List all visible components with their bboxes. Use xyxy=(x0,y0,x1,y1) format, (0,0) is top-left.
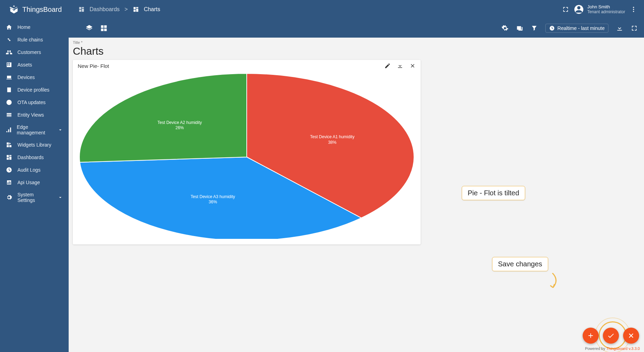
dashboards-icon xyxy=(6,154,13,161)
sidebar: Home Rule chains Customers Assets Device… xyxy=(0,19,69,352)
fullscreen-icon[interactable] xyxy=(631,25,638,32)
footer-version[interactable]: Thingsboard v.3.3.0 xyxy=(606,346,640,351)
sidebar-label: OTA updates xyxy=(17,100,46,105)
pie-chart: Test Device A1 humidity38%Test Device A3… xyxy=(76,72,417,239)
sidebar-label: Home xyxy=(17,24,30,30)
sidebar-label: Devices xyxy=(17,75,35,80)
entities-icon[interactable] xyxy=(516,25,523,32)
footer-prefix: Powered by xyxy=(585,346,606,351)
sidebar-item-rule-chains[interactable]: Rule chains xyxy=(0,33,69,46)
sidebar-label: Customers xyxy=(17,49,41,55)
dashboard-toolbar: Realtime - last minute xyxy=(69,19,644,38)
edge-icon xyxy=(6,127,12,133)
sidebar-item-edge[interactable]: Edge management xyxy=(0,121,69,139)
user-role: Tenant administrator xyxy=(587,10,625,14)
sidebar-item-audit[interactable]: Audit Logs xyxy=(0,164,69,176)
pie-slice-label: Test Device A3 humidity36% xyxy=(191,194,235,205)
brand-name: ThingsBoard xyxy=(22,6,62,14)
page-title[interactable]: Charts xyxy=(73,45,640,57)
footer: Powered by Thingsboard v.3.3.0 xyxy=(585,346,640,351)
breadcrumb-separator: > xyxy=(124,6,128,13)
chevron-down-icon xyxy=(58,195,63,200)
save-button[interactable] xyxy=(603,328,619,344)
filter-icon[interactable] xyxy=(531,25,538,32)
sidebar-item-dashboards[interactable]: Dashboards xyxy=(0,151,69,164)
widgets-icon xyxy=(6,142,13,148)
time-window[interactable]: Realtime - last minute xyxy=(545,24,608,33)
add-button[interactable] xyxy=(583,328,599,344)
dashboard-icon xyxy=(78,6,85,13)
user-name: John Smith xyxy=(587,5,625,9)
sidebar-label: Audit Logs xyxy=(17,167,40,173)
more-icon[interactable] xyxy=(630,6,637,13)
edit-icon[interactable] xyxy=(384,63,391,69)
widget-title: New Pie- Flot xyxy=(78,63,109,69)
cancel-button[interactable] xyxy=(623,328,639,344)
customers-icon xyxy=(6,49,13,55)
sidebar-item-settings[interactable]: System Settings xyxy=(0,189,69,206)
breadcrumb-current[interactable]: Charts xyxy=(144,6,160,13)
chevron-down-icon xyxy=(58,127,63,133)
download-icon[interactable] xyxy=(397,63,403,69)
sidebar-label: Entity Views xyxy=(17,112,44,118)
title-label: Title * xyxy=(73,40,640,45)
breadcrumb: Dashboards > Charts xyxy=(78,6,160,13)
device-profiles-icon xyxy=(6,87,13,93)
svg-point-3 xyxy=(633,11,634,12)
annotation-arrow-icon xyxy=(549,273,563,290)
devices-icon xyxy=(6,74,13,80)
sidebar-item-customers[interactable]: Customers xyxy=(0,46,69,58)
sidebar-item-home[interactable]: Home xyxy=(0,21,69,33)
pie-widget[interactable]: New Pie- Flot Test Device A1 humidity38%… xyxy=(73,60,421,244)
api-icon xyxy=(6,179,13,186)
download-icon[interactable] xyxy=(616,25,623,32)
user-menu[interactable]: John Smith Tenant administrator xyxy=(574,5,625,14)
home-icon xyxy=(6,24,13,30)
sidebar-label: Widgets Library xyxy=(17,142,51,148)
sidebar-item-ota[interactable]: OTA updates xyxy=(0,96,69,109)
sidebar-item-widgets[interactable]: Widgets Library xyxy=(0,139,69,151)
grid-icon[interactable] xyxy=(100,24,108,32)
sidebar-label: Dashboards xyxy=(17,155,44,160)
annotation-tilt: Pie - Flot is tilted xyxy=(462,186,525,200)
pie-slice-label: Test Device A1 humidity38% xyxy=(310,135,354,146)
ota-icon xyxy=(6,99,13,105)
time-window-label: Realtime - last minute xyxy=(558,25,605,31)
layers-icon[interactable] xyxy=(85,24,93,32)
brand: ThingsBoard xyxy=(0,5,69,14)
sidebar-item-api[interactable]: Api Usage xyxy=(0,176,69,189)
pie-slice-label: Test Device A2 humidity26% xyxy=(158,120,202,131)
audit-icon xyxy=(6,167,13,173)
entity-views-icon xyxy=(6,112,13,118)
sidebar-label: Assets xyxy=(17,62,32,68)
brand-icon xyxy=(9,5,19,14)
sidebar-item-devices[interactable]: Devices xyxy=(0,71,69,84)
svg-point-1 xyxy=(633,7,634,8)
sidebar-label: Edge management xyxy=(17,124,53,135)
settings-icon xyxy=(6,194,13,201)
sidebar-item-assets[interactable]: Assets xyxy=(0,58,69,71)
close-icon[interactable] xyxy=(409,63,416,69)
breadcrumb-root[interactable]: Dashboards xyxy=(90,6,120,13)
gear-icon[interactable] xyxy=(501,25,508,32)
avatar-icon xyxy=(574,5,584,14)
sidebar-item-entity-views[interactable]: Entity Views xyxy=(0,109,69,121)
sidebar-label: Device profiles xyxy=(17,87,49,93)
sidebar-item-device-profiles[interactable]: Device profiles xyxy=(0,84,69,96)
assets-icon xyxy=(6,62,13,68)
sidebar-label: System Settings xyxy=(17,192,53,203)
annotation-save: Save changes xyxy=(492,257,548,271)
svg-point-2 xyxy=(633,9,634,10)
rule-chains-icon xyxy=(6,37,13,43)
fullscreen-icon[interactable] xyxy=(562,6,569,13)
sidebar-label: Rule chains xyxy=(17,37,43,42)
dashboard-icon xyxy=(133,6,139,13)
sidebar-label: Api Usage xyxy=(17,180,40,185)
